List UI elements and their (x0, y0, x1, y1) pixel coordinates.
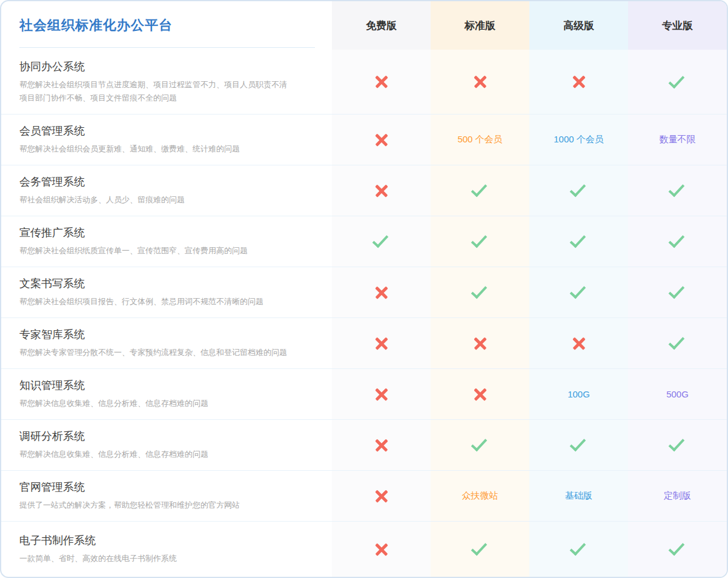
table-cell (529, 216, 628, 267)
feature-name: 宣传推广系统 (19, 225, 320, 240)
table-cell (529, 419, 628, 470)
feature-cell: 文案书写系统 帮您解决社会组织项目报告、行文体例、禁忌用词不规范不清晰的问题 (1, 267, 332, 317)
tier-value: 基础版 (565, 490, 592, 502)
plan-header-free: 免费版 (332, 1, 431, 50)
check-icon (669, 435, 685, 451)
feature-desc: 帮您解决社会组织项目节点进度逾期、项目过程监管不力、项目人员职责不清 项目部门协… (19, 78, 320, 104)
feature-desc: 帮您解决社会组织项目报告、行文体例、禁忌用词不规范不清晰的问题 (19, 295, 320, 308)
check-icon (570, 231, 586, 248)
feature-cell: 协同办公系统 帮您解决社会组织项目节点进度逾期、项目过程监管不力、项目人员职责不… (1, 50, 332, 114)
table-cell (628, 216, 727, 267)
table-cell (628, 317, 727, 368)
table-cell (431, 368, 529, 419)
feature-cell: 会务管理系统 帮社会组织解决活动多、人员少、留痕难的问题 (1, 165, 332, 216)
tier-value: 众扶微站 (462, 490, 498, 502)
tier-value: 100G (568, 389, 590, 399)
table-cell (332, 419, 431, 470)
check-icon (471, 282, 488, 299)
feature-desc: 帮您解决专家管理分散不统一、专家预约流程复杂、信息和登记留档难的问题 (19, 346, 320, 359)
plan-label: 免费版 (366, 19, 397, 33)
feature-desc: 帮您解决信息收集难、信息分析难、信息存档难的问题 (19, 448, 320, 460)
check-icon (570, 539, 586, 556)
feature-cell: 电子书制作系统 一款简单、省时、高效的在线电子书制作系统 (1, 521, 332, 577)
check-icon (471, 181, 488, 197)
check-icon (669, 181, 685, 197)
table-cell (431, 419, 529, 470)
feature-name: 会员管理系统 (19, 124, 320, 138)
table-cell (332, 470, 431, 521)
cross-icon (375, 133, 388, 147)
table-cell (332, 165, 431, 216)
table-cell (529, 521, 628, 577)
check-icon (570, 435, 586, 451)
plan-label: 高级版 (563, 19, 594, 33)
cross-icon (375, 388, 388, 401)
cross-icon (375, 75, 388, 88)
feature-cell: 知识管理系统 帮您解决信息收集难、信息分析难、信息存档难的问题 (1, 368, 332, 419)
plan-label: 标准版 (465, 19, 495, 33)
feature-name: 官网管理系统 (19, 480, 320, 494)
check-icon (570, 181, 586, 197)
table-cell (431, 317, 529, 368)
feature-cell: 专家智库系统 帮您解决专家管理分散不统一、专家预约流程复杂、信息和登记留档难的问… (1, 317, 332, 368)
tier-value: 500G (666, 389, 689, 399)
check-icon (669, 333, 685, 350)
plan-header-professional: 专业版 (628, 1, 727, 50)
feature-desc: 帮您解决社会组织纸质宣传单一、宣传范围窄、宣传费用高的问题 (19, 244, 320, 257)
tier-value: 定制版 (664, 490, 691, 502)
table-cell: 定制版 (628, 470, 727, 521)
tier-value: 1000 个会员 (554, 134, 604, 145)
table-cell (332, 368, 431, 419)
table-cell (628, 267, 727, 317)
tier-value: 500 个会员 (457, 134, 502, 145)
table-cell (431, 50, 529, 114)
feature-cell: 调研分析系统 帮您解决信息收集难、信息分析难、信息存档难的问题 (1, 419, 332, 470)
comparison-table: 社会组织标准化办公平台 免费版 标准版 高级版 专业版 协同办公系统 帮您解决社… (1, 1, 727, 577)
table-cell (529, 267, 628, 317)
title-divider (19, 47, 315, 48)
check-icon (471, 231, 488, 248)
table-cell: 100G (529, 368, 628, 419)
table-cell: 500G (628, 368, 727, 419)
check-icon (471, 539, 488, 556)
table-cell: 基础版 (529, 470, 628, 521)
table-cell: 500 个会员 (431, 114, 529, 165)
feature-name: 专家智库系统 (19, 327, 320, 342)
table-cell (332, 50, 431, 114)
table-cell (628, 419, 727, 470)
plan-header-standard: 标准版 (431, 1, 529, 50)
table-cell (431, 521, 529, 577)
table-cell (332, 114, 431, 165)
table-cell: 数量不限 (628, 114, 727, 165)
table-header-left: 社会组织标准化办公平台 (1, 1, 332, 50)
feature-name: 文案书写系统 (19, 276, 320, 291)
table-cell (332, 317, 431, 368)
table-cell (332, 521, 431, 577)
table-cell: 众扶微站 (431, 470, 529, 521)
feature-desc: 帮您解决信息收集难、信息分析难、信息存档难的问题 (19, 397, 320, 410)
table-cell (628, 50, 727, 114)
cross-icon (572, 75, 586, 88)
feature-name: 电子书制作系统 (19, 533, 320, 548)
check-icon (669, 282, 685, 299)
table-cell (332, 267, 431, 317)
table-cell (529, 165, 628, 216)
table-cell: 1000 个会员 (529, 114, 628, 165)
check-icon (372, 231, 389, 248)
feature-cell: 宣传推广系统 帮您解决社会组织纸质宣传单一、宣传范围窄、宣传费用高的问题 (1, 216, 332, 267)
feature-name: 协同办公系统 (19, 59, 320, 74)
table-cell (529, 50, 628, 114)
table-cell (332, 216, 431, 267)
feature-name: 调研分析系统 (19, 429, 320, 443)
cross-icon (474, 337, 487, 350)
table-cell (628, 521, 727, 577)
check-icon (669, 539, 685, 556)
table-cell (628, 165, 727, 216)
check-icon (570, 282, 586, 299)
cross-icon (375, 184, 388, 198)
cross-icon (375, 439, 388, 452)
feature-desc: 提供了一站式的解决方案，帮助您轻松管理和维护您的官方网站 (19, 499, 320, 511)
cross-icon (375, 286, 388, 299)
check-icon (669, 231, 685, 248)
tier-value: 数量不限 (660, 134, 696, 145)
